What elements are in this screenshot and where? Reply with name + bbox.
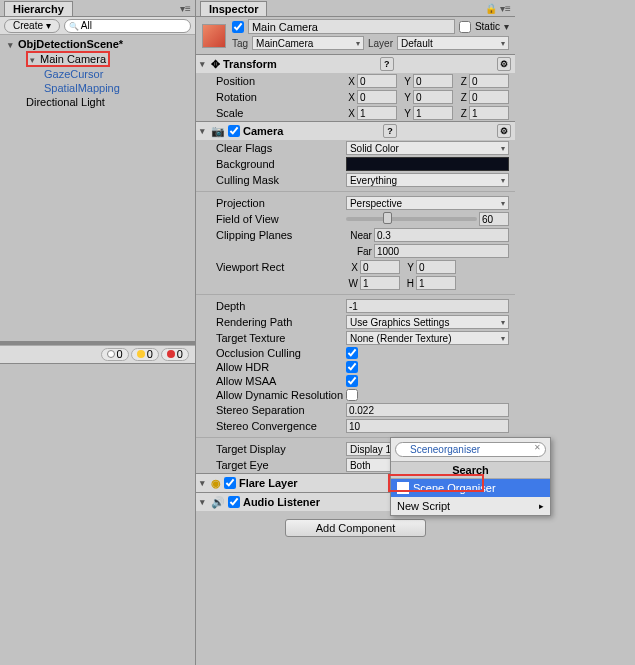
inspector-tab[interactable]: Inspector — [200, 1, 268, 16]
pos-y[interactable] — [413, 74, 453, 88]
viewport-label: Viewport Rect — [216, 261, 346, 273]
status-error[interactable]: 0 — [161, 348, 189, 361]
pos-x[interactable] — [357, 74, 397, 88]
hdr-checkbox[interactable] — [346, 361, 358, 373]
audio-enabled[interactable] — [228, 496, 240, 508]
flare-icon: ◉ — [211, 477, 221, 490]
active-checkbox[interactable] — [232, 21, 244, 33]
lower-empty-panel — [0, 363, 195, 666]
status-bar: 0 0 0 — [0, 345, 195, 363]
vp-x[interactable] — [360, 260, 400, 274]
add-component-popup: Search Scene Organiser New Script — [390, 437, 551, 516]
clipping-label: Clipping Planes — [216, 229, 346, 241]
help-icon[interactable]: ? — [383, 124, 397, 138]
layer-dropdown[interactable]: Default — [397, 36, 509, 50]
background-label: Background — [216, 158, 346, 170]
static-label: Static — [475, 21, 500, 32]
occlusion-checkbox[interactable] — [346, 347, 358, 359]
tag-label: Tag — [232, 38, 248, 49]
static-dropdown-icon[interactable]: ▾ — [504, 21, 509, 32]
add-component-button[interactable]: Add Component — [285, 519, 427, 537]
position-label: Position — [216, 75, 343, 87]
gear-icon[interactable]: ⚙ — [497, 124, 511, 138]
background-color[interactable] — [346, 157, 509, 171]
panel-menu-icon[interactable]: 🔒 ▾≡ — [485, 3, 511, 14]
camera-component: 📷 Camera ? ⚙ Clear FlagsSolid Color Back… — [196, 121, 515, 473]
vp-y[interactable] — [416, 260, 456, 274]
transform-icon: ✥ — [211, 58, 220, 71]
scale-y[interactable] — [413, 106, 453, 120]
help-icon[interactable]: ? — [380, 57, 394, 71]
static-checkbox[interactable] — [459, 21, 471, 33]
tree-item-main-camera[interactable]: Main Camera — [26, 51, 187, 67]
panel-menu-icon[interactable]: ▾≡ — [180, 3, 191, 14]
result-new-script[interactable]: New Script — [391, 497, 550, 515]
name-field[interactable] — [248, 19, 455, 34]
dynres-checkbox[interactable] — [346, 389, 358, 401]
hdr-label: Allow HDR — [216, 361, 346, 373]
msaa-checkbox[interactable] — [346, 375, 358, 387]
tag-dropdown[interactable]: MainCamera — [252, 36, 364, 50]
highlight-box-popup — [515, 0, 635, 103]
fov-value[interactable] — [479, 212, 509, 226]
depth-label: Depth — [216, 300, 346, 312]
hierarchy-panel: Hierarchy ▾≡ Create ▾ All ObjDetectionSc… — [0, 0, 195, 665]
tree-item-gazecursor[interactable]: GazeCursor — [26, 67, 187, 81]
result-scene-organiser[interactable]: Scene Organiser — [391, 479, 550, 497]
hierarchy-tab[interactable]: Hierarchy — [4, 1, 73, 16]
fov-slider[interactable] — [346, 217, 477, 221]
scale-z[interactable] — [469, 106, 509, 120]
hierarchy-search-input[interactable]: All — [64, 19, 191, 33]
status-warn[interactable]: 0 — [131, 348, 159, 361]
flare-enabled[interactable] — [224, 477, 236, 489]
script-icon — [397, 482, 409, 494]
projection-dropdown[interactable]: Perspective — [346, 196, 509, 210]
tree-item-directional-light[interactable]: Directional Light — [26, 95, 187, 109]
create-button[interactable]: Create ▾ — [4, 19, 60, 33]
rendering-label: Rendering Path — [216, 316, 346, 328]
status-info[interactable]: 0 — [101, 348, 129, 361]
stereo-sep-field[interactable] — [346, 403, 509, 417]
rot-z[interactable] — [469, 90, 509, 104]
stereo-sep-label: Stereo Separation — [216, 404, 346, 416]
vp-h[interactable] — [416, 276, 456, 290]
camera-enabled[interactable] — [228, 125, 240, 137]
vp-w[interactable] — [360, 276, 400, 290]
stereo-conv-label: Stereo Convergence — [216, 420, 346, 432]
gameobject-icon[interactable] — [202, 24, 226, 48]
pos-z[interactable] — [469, 74, 509, 88]
depth-field[interactable] — [346, 299, 509, 313]
inspector-body: Static▾ Tag MainCamera Layer Default ✥ T… — [196, 17, 515, 665]
target-tex-label: Target Texture — [216, 332, 346, 344]
scale-x[interactable] — [357, 106, 397, 120]
occlusion-label: Occlusion Culling — [216, 347, 346, 359]
gear-icon[interactable]: ⚙ — [497, 57, 511, 71]
camera-header[interactable]: 📷 Camera ? ⚙ — [196, 122, 515, 140]
near-plane[interactable] — [374, 228, 509, 242]
hierarchy-toolbar: Create ▾ All — [0, 17, 195, 35]
audio-icon: 🔊 — [211, 496, 225, 509]
inspector-tab-bar: Inspector 🔒 ▾≡ — [196, 0, 515, 17]
target-tex-field[interactable]: None (Render Texture) — [346, 331, 509, 345]
component-search-input[interactable] — [395, 442, 546, 457]
rotation-label: Rotation — [216, 91, 343, 103]
far-plane[interactable] — [374, 244, 509, 258]
hierarchy-tree[interactable]: ObjDetectionScene* Main Camera GazeCurso… — [0, 35, 195, 341]
rot-x[interactable] — [357, 90, 397, 104]
fov-label: Field of View — [216, 213, 346, 225]
scene-root[interactable]: ObjDetectionScene* — [8, 37, 187, 51]
clear-flags-dropdown[interactable]: Solid Color — [346, 141, 509, 155]
target-disp-label: Target Display — [216, 443, 346, 455]
stereo-conv-field[interactable] — [346, 419, 509, 433]
rot-y[interactable] — [413, 90, 453, 104]
transform-header[interactable]: ✥ Transform ? ⚙ — [196, 55, 515, 73]
transform-component: ✥ Transform ? ⚙ PositionXYZ RotationXYZ … — [196, 54, 515, 121]
culling-label: Culling Mask — [216, 174, 346, 186]
tree-item-spatialmapping[interactable]: SpatialMapping — [26, 81, 187, 95]
target-eye-label: Target Eye — [216, 459, 346, 471]
scale-label: Scale — [216, 107, 343, 119]
rendering-dropdown[interactable]: Use Graphics Settings — [346, 315, 509, 329]
culling-dropdown[interactable]: Everything — [346, 173, 509, 187]
camera-icon: 📷 — [211, 125, 225, 138]
hierarchy-tab-bar: Hierarchy ▾≡ — [0, 0, 195, 17]
